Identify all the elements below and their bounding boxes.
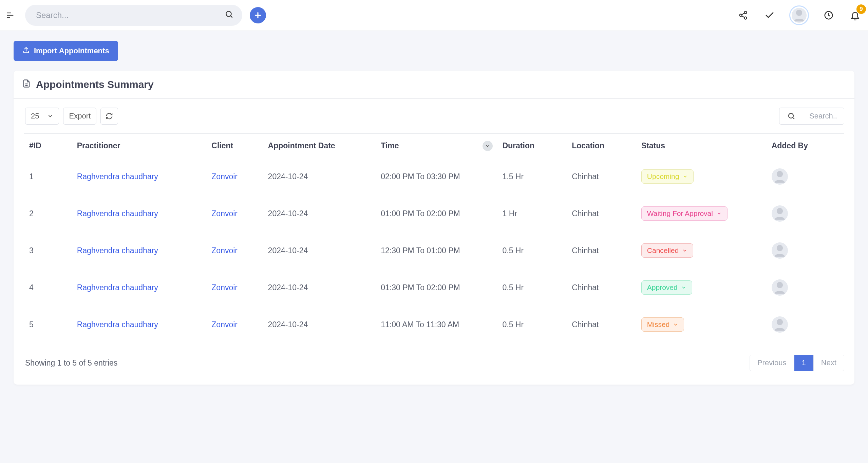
col-location[interactable]: Location <box>566 134 636 158</box>
table-search-input[interactable] <box>803 108 844 124</box>
practitioner-link[interactable]: Raghvendra chaudhary <box>77 320 158 329</box>
col-time[interactable]: Time <box>375 134 497 158</box>
cell-status: Waiting For Approval <box>636 195 766 232</box>
added-by-avatar[interactable] <box>772 316 788 333</box>
chevron-down-icon <box>716 211 722 216</box>
search-icon[interactable] <box>225 10 233 21</box>
clock-icon[interactable] <box>822 8 835 22</box>
cell-duration: 0.5 Hr <box>497 269 566 306</box>
cell-duration: 0.5 Hr <box>497 232 566 269</box>
cell-added-by <box>766 232 844 269</box>
col-added-by[interactable]: Added By <box>766 134 844 158</box>
cell-status: Missed <box>636 306 766 343</box>
cell-added-by <box>766 195 844 232</box>
cell-date: 2024-10-24 <box>263 158 376 195</box>
table-search[interactable] <box>779 108 844 125</box>
col-id[interactable]: #ID <box>24 134 72 158</box>
added-by-avatar[interactable] <box>772 242 788 259</box>
table-footer: Showing 1 to 5 of 5 entries Previous 1 N… <box>14 343 854 385</box>
cell-time: 12:30 PM To 01:00 PM <box>375 232 497 269</box>
check-icon[interactable] <box>763 8 776 22</box>
cell-date: 2024-10-24 <box>263 306 376 343</box>
practitioner-link[interactable]: Raghvendra chaudhary <box>77 246 158 255</box>
import-appointments-button[interactable]: Import Appointments <box>14 41 118 61</box>
page-size-value: 25 <box>31 112 39 121</box>
cell-id: 4 <box>24 269 72 306</box>
status-label: Missed <box>647 320 670 329</box>
cell-added-by <box>766 269 844 306</box>
cell-id: 1 <box>24 158 72 195</box>
client-link[interactable]: Zonvoir <box>211 246 238 255</box>
svg-point-7 <box>744 11 747 14</box>
cell-date: 2024-10-24 <box>263 232 376 269</box>
cell-duration: 1.5 Hr <box>497 158 566 195</box>
pager-next[interactable]: Next <box>813 355 844 371</box>
col-date[interactable]: Appointment Date <box>263 134 376 158</box>
cell-time: 01:00 PM To 02:00 PM <box>375 195 497 232</box>
status-pill[interactable]: Approved <box>641 280 692 295</box>
user-avatar[interactable] <box>789 5 809 25</box>
pager-previous[interactable]: Previous <box>750 355 794 371</box>
cell-time: 01:30 PM To 02:00 PM <box>375 269 497 306</box>
import-appointments-label: Import Appointments <box>34 47 109 55</box>
cell-status: Approved <box>636 269 766 306</box>
avatar-icon <box>792 8 807 23</box>
menu-toggle-icon[interactable] <box>3 8 18 23</box>
appointments-table: #ID Practitioner Client Appointment Date… <box>24 133 844 343</box>
cell-duration: 1 Hr <box>497 195 566 232</box>
status-label: Approved <box>647 283 678 292</box>
chevron-down-icon <box>681 285 686 290</box>
export-label: Export <box>69 112 91 121</box>
search-input[interactable] <box>35 10 232 20</box>
cell-status: Cancelled <box>636 232 766 269</box>
practitioner-link[interactable]: Raghvendra chaudhary <box>77 283 158 292</box>
global-search[interactable] <box>25 5 242 26</box>
svg-line-18 <box>793 118 794 119</box>
svg-line-10 <box>742 13 744 15</box>
status-pill[interactable]: Cancelled <box>641 243 693 258</box>
page-size-select[interactable]: 25 <box>25 108 59 125</box>
status-label: Upcoming <box>647 172 679 181</box>
svg-point-17 <box>789 113 793 118</box>
refresh-button[interactable] <box>100 108 118 125</box>
cell-date: 2024-10-24 <box>263 195 376 232</box>
status-pill[interactable]: Missed <box>641 317 684 332</box>
client-link[interactable]: Zonvoir <box>211 209 238 218</box>
svg-point-3 <box>226 11 231 16</box>
practitioner-link[interactable]: Raghvendra chaudhary <box>77 209 158 218</box>
svg-point-21 <box>776 245 782 251</box>
added-by-avatar[interactable] <box>772 168 788 185</box>
table-row: 2 Raghvendra chaudhary Zonvoir 2024-10-2… <box>24 195 844 232</box>
added-by-avatar[interactable] <box>772 279 788 296</box>
cell-duration: 0.5 Hr <box>497 306 566 343</box>
client-link[interactable]: Zonvoir <box>211 320 238 329</box>
col-client[interactable]: Client <box>206 134 262 158</box>
chevron-down-icon <box>47 113 53 119</box>
notifications-button[interactable]: 9 <box>848 8 862 22</box>
table-row: 1 Raghvendra chaudhary Zonvoir 2024-10-2… <box>24 158 844 195</box>
cell-location: Chinhat <box>566 195 636 232</box>
add-button[interactable] <box>250 7 266 23</box>
svg-point-19 <box>776 171 782 177</box>
col-status[interactable]: Status <box>636 134 766 158</box>
cell-status: Upcoming <box>636 158 766 195</box>
svg-line-4 <box>231 16 232 18</box>
cell-location: Chinhat <box>566 269 636 306</box>
client-link[interactable]: Zonvoir <box>211 283 238 292</box>
share-icon[interactable] <box>736 8 750 22</box>
practitioner-link[interactable]: Raghvendra chaudhary <box>77 172 158 181</box>
topbar-right: 9 <box>736 5 862 25</box>
svg-point-12 <box>796 10 802 16</box>
export-button[interactable]: Export <box>63 108 96 125</box>
status-pill[interactable]: Upcoming <box>641 169 694 184</box>
status-pill[interactable]: Waiting For Approval <box>641 206 728 221</box>
svg-point-9 <box>744 17 747 19</box>
notification-badge: 9 <box>856 4 866 14</box>
pager-page-1[interactable]: 1 <box>794 355 813 371</box>
svg-point-23 <box>776 319 782 325</box>
added-by-avatar[interactable] <box>772 205 788 222</box>
table-row: 4 Raghvendra chaudhary Zonvoir 2024-10-2… <box>24 269 844 306</box>
col-duration[interactable]: Duration <box>497 134 566 158</box>
col-practitioner[interactable]: Practitioner <box>72 134 206 158</box>
client-link[interactable]: Zonvoir <box>211 172 238 181</box>
